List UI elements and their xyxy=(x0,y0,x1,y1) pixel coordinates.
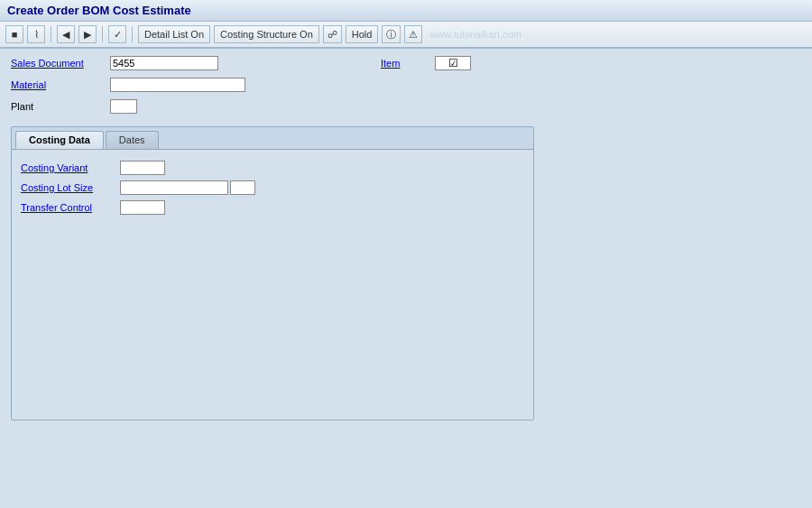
item-checkbox[interactable]: ☑ xyxy=(435,56,471,70)
costing-lot-size-input[interactable] xyxy=(120,180,228,195)
sales-document-label[interactable]: Sales Document xyxy=(11,58,110,69)
alert-button[interactable]: ⚠ xyxy=(404,25,422,43)
costing-lot-size-unit-input[interactable] xyxy=(230,180,255,195)
separator-3 xyxy=(132,26,133,42)
costing-variant-row: Costing Variant xyxy=(21,161,524,175)
material-label[interactable]: Material xyxy=(11,79,110,90)
costing-structure-button[interactable]: Costing Structure On xyxy=(214,25,319,43)
tabs-header: Costing Data Dates xyxy=(12,127,533,149)
tabs-container: Costing Data Dates Costing Variant Costi… xyxy=(11,126,534,420)
toolbar: ■ ⌇ ◀ ▶ ✓ Detail List On Costing Structu… xyxy=(0,22,812,49)
watermark: www.tutorialkart.com xyxy=(429,29,521,40)
forward-button[interactable]: ▶ xyxy=(78,25,97,43)
tab-costing-data[interactable]: Costing Data xyxy=(15,131,104,149)
costing-variant-input[interactable] xyxy=(120,161,165,175)
tab-content-costing-data: Costing Variant Costing Lot Size Transfe… xyxy=(12,149,533,420)
plant-label: Plant xyxy=(11,101,110,112)
sales-document-row: Sales Document Item ☑ xyxy=(11,56,801,70)
costing-variant-label[interactable]: Costing Variant xyxy=(21,162,120,173)
sales-document-input[interactable] xyxy=(110,56,218,70)
costing-lot-size-label[interactable]: Costing Lot Size xyxy=(21,182,120,193)
back-button[interactable]: ◀ xyxy=(57,25,75,43)
page-title: Create Order BOM Cost Estimate xyxy=(7,4,191,17)
hold-icon[interactable]: ☍ xyxy=(323,25,342,43)
plant-row: Plant xyxy=(11,99,801,114)
item-label[interactable]: Item xyxy=(381,58,435,69)
save-button[interactable]: ■ xyxy=(5,25,23,43)
transfer-control-row: Transfer Control xyxy=(21,200,524,215)
info-button[interactable]: ⓘ xyxy=(382,25,401,43)
check-button[interactable]: ✓ xyxy=(108,25,126,43)
transfer-control-input[interactable] xyxy=(120,200,165,215)
detail-list-button[interactable]: Detail List On xyxy=(138,25,210,43)
costing-lot-size-row: Costing Lot Size xyxy=(21,180,524,195)
material-row: Material xyxy=(11,78,801,92)
transfer-control-label[interactable]: Transfer Control xyxy=(21,202,120,213)
tab-dates[interactable]: Dates xyxy=(106,131,159,149)
customize-button[interactable]: ⌇ xyxy=(27,25,45,43)
title-bar: Create Order BOM Cost Estimate xyxy=(0,0,812,22)
separator-2 xyxy=(102,26,103,42)
material-input[interactable] xyxy=(110,78,245,92)
main-content: Sales Document Item ☑ Material Plant xyxy=(0,49,812,428)
separator-1 xyxy=(51,26,51,42)
hold-button[interactable]: Hold xyxy=(346,25,379,43)
plant-input[interactable] xyxy=(110,99,137,114)
